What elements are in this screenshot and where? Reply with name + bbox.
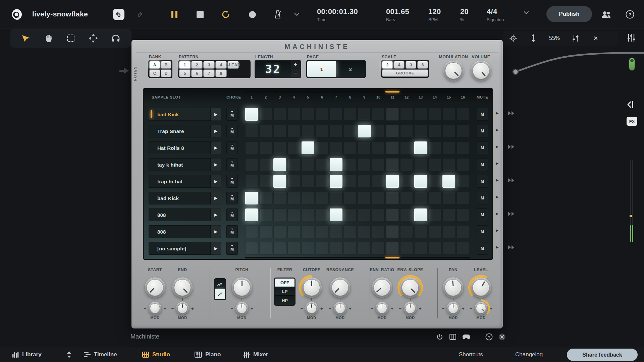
step-cell-r7-c13[interactable] (414, 208, 427, 221)
step-cell-r2-c14[interactable] (428, 125, 441, 137)
undo-button[interactable] (113, 9, 124, 20)
mute-button[interactable]: M (477, 225, 488, 238)
move-tool[interactable] (88, 33, 99, 44)
step-cell-r4-c1[interactable] (245, 158, 258, 171)
step-cell-r2-c6[interactable] (316, 125, 328, 137)
step-cell-r1-c9[interactable] (358, 108, 371, 121)
device-power-icon[interactable] (435, 333, 444, 341)
pan-mod-knob[interactable] (447, 302, 460, 315)
fx-badge[interactable]: FX (627, 117, 637, 126)
pitch-mod-knob[interactable] (235, 302, 248, 315)
pattern-key-6[interactable]: 6 (191, 69, 203, 77)
step-cell-r4-c2[interactable] (259, 158, 272, 171)
choke-button[interactable]: M (226, 225, 238, 238)
step-cell-r7-c14[interactable] (428, 208, 441, 221)
cutoff-mod-knob[interactable] (305, 302, 318, 315)
power-toggle[interactable] (629, 57, 635, 71)
step-cell-r3-c3[interactable] (273, 141, 286, 154)
step-cell-r1-c4[interactable] (287, 108, 300, 121)
step-cell-r4-c16[interactable] (457, 158, 469, 171)
publish-button[interactable]: Publish (546, 6, 592, 22)
step-cell-r2-c1[interactable] (245, 125, 258, 137)
step-cell-r5-c15[interactable] (442, 175, 455, 188)
pitch-glide-option[interactable] (215, 289, 225, 299)
pattern-clear-button[interactable]: CLEAR (227, 61, 239, 69)
sample-slot-button[interactable]: Trap Snare▶ (149, 125, 221, 137)
headphones-preview-tool[interactable] (110, 33, 121, 44)
nav-studio[interactable]: Studio (142, 351, 170, 358)
device-controller-icon[interactable] (462, 333, 471, 341)
step-cell-r9-c13[interactable] (414, 242, 427, 255)
loop-button[interactable] (220, 9, 231, 20)
machiniste-device[interactable]: MACHINISTE NOTES BANK ABCD PATTERN 1234C… (131, 40, 503, 328)
transport-chevron-down-icon[interactable] (291, 9, 303, 20)
step-cell-r2-c16[interactable] (457, 125, 469, 137)
step-cell-r1-c5[interactable] (302, 108, 314, 121)
bpm-display[interactable]: 120 BPM (428, 7, 441, 22)
step-cell-r9-c9[interactable] (358, 242, 371, 255)
step-cell-r8-c10[interactable] (372, 225, 385, 238)
step-cell-r7-c6[interactable] (316, 208, 328, 221)
step-cell-r2-c2[interactable] (259, 125, 272, 137)
step-cell-r1-c14[interactable] (428, 108, 441, 121)
row-route-arrow-icon[interactable] (508, 111, 515, 116)
step-cell-r2-c8[interactable] (344, 125, 357, 137)
swing-percent-display[interactable]: 20 % (460, 7, 469, 22)
step-cell-r7-c15[interactable] (442, 208, 455, 221)
step-cell-r8-c6[interactable] (316, 225, 328, 238)
step-cell-r6-c5[interactable] (302, 192, 314, 204)
step-cell-r3-c2[interactable] (259, 141, 272, 154)
device-columns-view-icon[interactable] (448, 333, 457, 341)
mute-button[interactable]: M (477, 192, 488, 204)
nav-timeline[interactable]: Timeline (84, 351, 117, 358)
step-cell-r1-c7[interactable] (330, 108, 342, 121)
signature-display[interactable]: 4/4 Signature (487, 7, 505, 22)
step-cell-r7-c12[interactable] (400, 208, 413, 221)
step-cell-r7-c2[interactable] (259, 208, 272, 221)
choke-button[interactable]: M (226, 175, 238, 188)
step-cell-r2-c9[interactable] (358, 125, 371, 137)
sample-play-icon[interactable]: ▶ (210, 175, 221, 188)
step-cell-r1-c1[interactable] (245, 108, 258, 121)
mute-button[interactable]: M (477, 125, 488, 137)
filter-option-lp[interactable]: LP (275, 287, 294, 296)
step-cell-r1-c12[interactable] (400, 108, 413, 121)
step-cell-r9-c6[interactable] (316, 242, 328, 255)
level-knob[interactable] (471, 278, 491, 298)
pattern-key-2[interactable]: 2 (191, 61, 203, 69)
step-cell-r4-c15[interactable] (442, 158, 455, 171)
sample-play-icon[interactable]: ▶ (210, 108, 221, 121)
step-cell-r5-c2[interactable] (259, 175, 272, 188)
step-cell-r5-c11[interactable] (386, 175, 399, 188)
step-cell-r6-c11[interactable] (386, 192, 399, 204)
step-cell-r6-c6[interactable] (316, 192, 328, 204)
sample-play-icon[interactable]: ▶ (210, 225, 221, 238)
page-2-button[interactable]: 2 (336, 61, 365, 77)
step-cell-r7-c7[interactable] (330, 208, 342, 221)
sample-slot-button[interactable]: 808▶ (149, 225, 221, 238)
row-route-arrow-icon[interactable] (508, 178, 515, 183)
end-mod-knob[interactable] (176, 302, 189, 315)
step-cell-r8-c12[interactable] (400, 225, 413, 238)
length-value[interactable]: 32 (256, 61, 290, 77)
choke-button[interactable]: M (226, 158, 238, 171)
step-cell-r6-c4[interactable] (287, 192, 300, 204)
filter-option-hp[interactable]: HP (275, 296, 294, 305)
pattern-key-5[interactable]: 5 (179, 69, 191, 77)
choke-button[interactable]: M (226, 125, 238, 137)
step-cell-r1-c3[interactable] (273, 108, 286, 121)
bank-key-a[interactable]: A (149, 61, 160, 69)
sample-slot-button[interactable]: tay k hihat▶ (149, 158, 221, 171)
collaborators-icon[interactable] (600, 9, 612, 20)
step-cell-r8-c9[interactable] (358, 225, 371, 238)
step-cell-r1-c13[interactable] (414, 108, 427, 121)
step-cell-r4-c8[interactable] (344, 158, 357, 171)
step-cell-r6-c3[interactable] (273, 192, 286, 204)
mute-button[interactable]: M (477, 208, 488, 221)
step-cell-r8-c16[interactable] (457, 225, 469, 238)
step-cell-r6-c12[interactable] (400, 192, 413, 204)
mute-button[interactable]: M (477, 175, 488, 188)
step-cell-r8-c7[interactable] (330, 225, 342, 238)
step-cell-r2-c10[interactable] (372, 125, 385, 137)
pattern-key-7[interactable]: 7 (203, 69, 215, 77)
